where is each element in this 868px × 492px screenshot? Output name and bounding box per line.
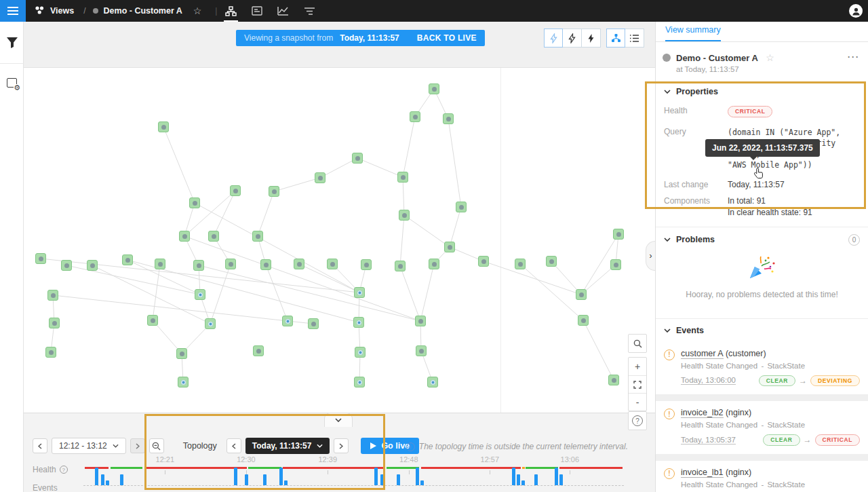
topology-node[interactable] bbox=[205, 318, 216, 329]
topology-node[interactable] bbox=[416, 345, 427, 356]
topology-node[interactable] bbox=[122, 254, 133, 265]
topology-node[interactable] bbox=[179, 231, 190, 242]
list-mode-button[interactable] bbox=[625, 29, 644, 48]
topology-node[interactable] bbox=[308, 318, 319, 329]
zoom-in-button[interactable]: + bbox=[629, 358, 646, 375]
topology-node[interactable] bbox=[355, 347, 366, 358]
topology-node[interactable] bbox=[353, 317, 364, 328]
view-settings-button[interactable]: ⚙ bbox=[0, 64, 24, 102]
topology-node[interactable] bbox=[45, 347, 56, 358]
snapshot-banner[interactable]: Viewing a snapshot from Today, 11:13:57 … bbox=[236, 30, 485, 46]
topology-node[interactable] bbox=[230, 185, 241, 196]
telemetry-range-select[interactable]: 12:12 - 13:12 bbox=[52, 438, 126, 454]
topology-node[interactable] bbox=[269, 186, 279, 197]
topology-node[interactable] bbox=[429, 83, 439, 94]
topology-node[interactable] bbox=[415, 316, 426, 326]
topology-node[interactable] bbox=[576, 289, 587, 300]
topology-node[interactable] bbox=[193, 260, 204, 271]
breadcrumb-views[interactable]: Views bbox=[50, 6, 74, 16]
topology-node[interactable] bbox=[456, 202, 467, 212]
properties-section-header[interactable]: Properties bbox=[656, 80, 868, 103]
topology-node[interactable] bbox=[608, 375, 619, 385]
topology-node[interactable] bbox=[189, 197, 200, 208]
topology-node[interactable] bbox=[35, 253, 46, 264]
topology-node[interactable] bbox=[49, 318, 60, 328]
topology-mode-button[interactable] bbox=[606, 29, 625, 48]
topology-node[interactable] bbox=[546, 256, 557, 267]
search-icon[interactable] bbox=[628, 334, 647, 353]
topology-node[interactable] bbox=[327, 259, 338, 269]
fit-to-screen-button[interactable] bbox=[629, 375, 646, 393]
events-histogram[interactable] bbox=[83, 468, 624, 486]
problems-lightning-outline-blue-button[interactable] bbox=[544, 29, 563, 48]
topology-node[interactable] bbox=[155, 259, 165, 269]
event-component-link[interactable]: invoice_lb1 bbox=[681, 468, 724, 478]
topology-time-select[interactable]: Today, 11:13:57 bbox=[245, 438, 330, 454]
topology-node[interactable] bbox=[176, 348, 187, 359]
health-help-icon[interactable]: ? bbox=[60, 466, 68, 474]
topology-node[interactable] bbox=[444, 242, 455, 252]
topology-node[interactable] bbox=[399, 210, 410, 221]
component-details-icon[interactable] bbox=[250, 0, 264, 22]
event-component-link[interactable]: invoice_lb2 bbox=[681, 408, 724, 418]
event-time-link[interactable]: Today, 13:06:00 bbox=[681, 376, 736, 385]
topology-node[interactable] bbox=[87, 260, 98, 271]
event-card[interactable]: ! invoice_lb1 (nginx) Health State Chang… bbox=[656, 461, 868, 492]
topology-node[interactable] bbox=[282, 316, 293, 326]
topology-node[interactable] bbox=[354, 287, 365, 298]
topology-view-icon[interactable] bbox=[224, 0, 238, 22]
favorite-star-icon[interactable]: ☆ bbox=[766, 52, 774, 63]
topology-time-next-button[interactable] bbox=[334, 438, 349, 453]
more-actions-button[interactable]: ··· bbox=[848, 52, 860, 62]
topology-node[interactable] bbox=[260, 259, 271, 270]
topology-node[interactable] bbox=[61, 260, 72, 271]
panel-collapse-handle[interactable]: › bbox=[646, 241, 655, 271]
topology-node[interactable] bbox=[315, 172, 326, 183]
topology-node[interactable] bbox=[252, 231, 263, 242]
zoom-out-button[interactable]: - bbox=[629, 393, 646, 411]
topology-node[interactable] bbox=[225, 259, 236, 269]
topology-node[interactable] bbox=[253, 345, 264, 356]
topology-node[interactable] bbox=[478, 256, 489, 267]
topology-node[interactable] bbox=[397, 172, 408, 183]
canvas-search-button[interactable] bbox=[628, 334, 647, 353]
topology-node[interactable] bbox=[208, 231, 219, 242]
event-component-link[interactable]: customer A bbox=[681, 349, 724, 359]
favorite-star-icon[interactable]: ☆ bbox=[193, 5, 202, 16]
topology-node[interactable] bbox=[361, 259, 372, 270]
topology-node[interactable] bbox=[178, 377, 189, 387]
breadcrumb-view-title[interactable]: Demo - Customer A bbox=[104, 6, 182, 16]
events-section-header[interactable]: Events bbox=[656, 319, 868, 342]
back-to-live-button[interactable]: BACK TO LIVE bbox=[417, 33, 477, 43]
help-button[interactable]: ? bbox=[628, 411, 647, 430]
topology-node[interactable] bbox=[613, 229, 624, 240]
topology-node[interactable] bbox=[610, 259, 621, 270]
topology-node[interactable] bbox=[578, 315, 589, 326]
topology-node[interactable] bbox=[195, 289, 205, 300]
user-avatar[interactable] bbox=[849, 4, 863, 18]
filter-button[interactable] bbox=[0, 22, 24, 64]
topology-canvas[interactable] bbox=[24, 68, 655, 413]
topology-time-prev-button[interactable] bbox=[226, 438, 241, 453]
topology-node[interactable] bbox=[427, 377, 438, 387]
topology-node[interactable] bbox=[515, 259, 526, 269]
alerts-lightning-filled-button[interactable] bbox=[582, 29, 601, 48]
problems-section-header[interactable]: Problems 0 bbox=[656, 227, 868, 252]
topology-node[interactable] bbox=[429, 259, 439, 269]
topology-node[interactable] bbox=[147, 315, 158, 326]
topology-node[interactable] bbox=[395, 261, 406, 271]
topology-node[interactable] bbox=[410, 111, 420, 122]
events-lightning-outline-button[interactable] bbox=[563, 29, 582, 48]
hamburger-menu-button[interactable] bbox=[0, 0, 26, 22]
topology-node[interactable] bbox=[47, 290, 58, 301]
topology-node[interactable] bbox=[294, 259, 304, 269]
topology-node[interactable] bbox=[443, 113, 454, 124]
topology-node[interactable] bbox=[158, 121, 169, 132]
event-time-link[interactable]: Today, 13:05:37 bbox=[681, 436, 736, 444]
topology-node[interactable] bbox=[354, 377, 365, 387]
topology-node[interactable] bbox=[352, 153, 363, 164]
traces-list-icon[interactable] bbox=[302, 0, 317, 22]
last-change-value[interactable]: Today, 11:13:57 bbox=[728, 180, 785, 189]
event-card[interactable]: ! invoice_lb2 (nginx) Health State Chang… bbox=[656, 401, 868, 454]
tab-view-summary[interactable]: View summary bbox=[665, 25, 721, 41]
